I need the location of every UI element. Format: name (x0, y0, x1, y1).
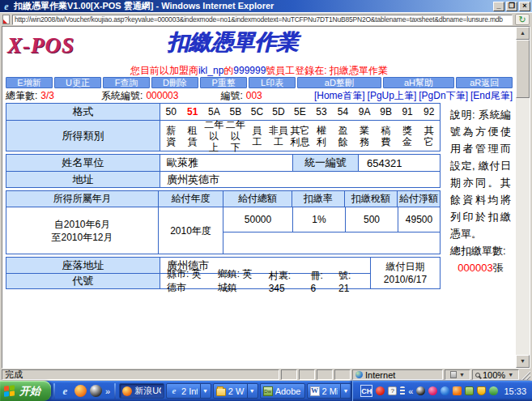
start-label: 开始 (19, 381, 40, 401)
status-pane (281, 369, 297, 380)
scroll-down-button[interactable]: ▼ (516, 355, 530, 368)
address-bar: ↻ (0, 12, 532, 26)
tray-orange-icon[interactable] (453, 386, 462, 395)
tray-blue-icon[interactable] (440, 386, 449, 395)
format-code[interactable]: 5C (246, 104, 268, 120)
delete-button[interactable]: D刪除 (151, 77, 198, 88)
income-category: 權 利 (311, 121, 333, 151)
format-code[interactable]: 50 (160, 104, 182, 120)
format-code[interactable]: 5B (225, 104, 247, 120)
help-button[interactable]: aH幫助 (383, 77, 455, 88)
folder-icon (216, 388, 226, 396)
format-code[interactable]: 9A (354, 104, 376, 120)
quick-launch-qq-icon[interactable] (90, 385, 102, 397)
tray-update-icon[interactable] (489, 386, 498, 395)
nav-pgdn-link[interactable]: [PgDn下筆] (419, 89, 468, 103)
scroll-thumb[interactable] (516, 40, 530, 98)
task-group-caret[interactable]: ▼ (247, 384, 255, 398)
system-tray: CH « 15:33 (352, 381, 532, 401)
quick-launch-overflow-chevron[interactable]: » (105, 386, 110, 396)
minimize-button[interactable]: _ (493, 2, 504, 11)
go-button[interactable]: ↻ (515, 14, 530, 25)
add-button[interactable]: E增新 (6, 77, 53, 88)
task-group-caret[interactable]: ▼ (340, 384, 348, 398)
task-group-caret[interactable]: ▼ (200, 384, 208, 398)
url-input[interactable] (12, 15, 513, 25)
login-suffix: 號員工登錄在: 扣繳憑單作業 (266, 65, 388, 76)
format-code[interactable]: 91 (397, 104, 419, 120)
task-button-windows-group[interactable]: 2 Windows... ▼ (213, 383, 258, 399)
column-header: 給付年度 (158, 191, 223, 207)
task-button-internet-group[interactable]: 2 Interne... ▼ (166, 383, 211, 399)
resize-grip[interactable] (521, 369, 530, 380)
internet-zone-label: Internet (365, 370, 395, 380)
update-button[interactable]: U更正 (54, 77, 101, 88)
income-category: 員 工 (246, 121, 268, 151)
vertical-scrollbar[interactable]: ▲ ▼ (516, 27, 530, 368)
reset-button[interactable]: P重整 (200, 77, 247, 88)
pay-date-value: 2010/6/17 (384, 273, 427, 286)
total-records-value: 3/3 (40, 90, 54, 101)
task-button-word-group[interactable]: 2 Microso... ▼ (307, 383, 352, 399)
record-no-label: 編號: (220, 89, 242, 103)
form-area: 格式 50 51 5A 5B 5C 5D 5E 53 54 (6, 103, 440, 292)
tray-overflow-chevron[interactable]: « (408, 386, 413, 396)
scroll-up-button[interactable]: ▲ (516, 27, 530, 40)
withholding-tax-value: 500 (345, 207, 398, 232)
nav-end-link[interactable]: [End尾筆] (470, 89, 513, 103)
income-category: 稿 費 (375, 121, 397, 151)
return-button[interactable]: aR返回 (456, 77, 513, 88)
code-county: 縣市: 英德市 (167, 267, 204, 295)
tray-pin-icon[interactable] (400, 386, 405, 395)
quick-launch-uc-icon[interactable] (74, 385, 87, 397)
start-button[interactable]: 开始 (0, 381, 51, 401)
format-code[interactable]: 53 (311, 104, 333, 120)
tray-red-icon[interactable] (376, 386, 385, 395)
dreamweaver-icon (263, 386, 273, 396)
format-code[interactable]: 5E (289, 104, 311, 120)
tray-help-icon[interactable] (388, 386, 397, 395)
format-code[interactable]: 51 (182, 104, 204, 120)
income-category-label: 所得類別 (6, 121, 160, 151)
batch-delete-button[interactable]: aD整刪 (297, 77, 381, 88)
income-category: 業 務 (354, 121, 376, 151)
income-category: 其 它 (418, 121, 440, 151)
format-code[interactable]: 54 (332, 104, 354, 120)
column-header: 扣繳稅額 (344, 191, 397, 207)
tray-clock: 15:33 (504, 386, 526, 396)
maximize-button[interactable]: ❐ (506, 2, 517, 11)
side-note-total-label: 總扣繳單數: (450, 242, 511, 259)
record-no-value: 003 (246, 90, 262, 101)
query-button[interactable]: F查詢 (103, 77, 150, 88)
tray-green-icon[interactable] (465, 386, 474, 395)
toolbar: E增新 U更正 F查詢 D刪除 P重整 L印表 aD整刪 aH幫助 aR返回 (6, 77, 513, 88)
income-category: 非員 工 (268, 121, 290, 151)
tray-qq-icon[interactable] (416, 386, 425, 395)
page-header: X-POS 扣繳憑單作業 (6, 28, 513, 64)
nav-pgup-link[interactable]: [PgUp上筆] (368, 89, 417, 103)
system-no-value: 000003 (146, 90, 178, 101)
format-code[interactable]: 9B (375, 104, 397, 120)
tray-pink-icon[interactable] (428, 386, 437, 395)
scroll-track[interactable] (516, 98, 530, 355)
quick-launch-ie-icon[interactable] (59, 385, 71, 397)
total-records-label: 總筆數: (6, 89, 37, 103)
format-code[interactable]: 5A (203, 104, 225, 120)
zoom-control[interactable]: 100%▼ (472, 369, 519, 380)
protected-mode-pane[interactable]: ▼ (445, 369, 470, 380)
quick-launch: » (57, 385, 112, 397)
format-code[interactable]: 92 (418, 104, 440, 120)
identity-table: 姓名單位 歐萊雅 統一編號 654321 地址 廣州英德市 (6, 154, 440, 188)
tray-shield-icon[interactable] (477, 386, 486, 395)
nav-home-link[interactable]: [Home首筆] (314, 89, 365, 103)
task-button-dreamweaver[interactable]: Adobe Drea... (260, 383, 305, 399)
uniform-no-label: 統一編號 (292, 155, 359, 171)
language-indicator[interactable]: CH (360, 385, 372, 397)
format-code[interactable]: 5D (268, 104, 290, 120)
task-button-sina-uc[interactable]: 新浪UC (119, 383, 164, 399)
close-button[interactable]: × (519, 2, 530, 11)
column-header: 給付淨額 (397, 191, 440, 207)
print-button[interactable]: L印表 (249, 77, 296, 88)
title-bar[interactable]: e 扣繳憑單作業V1.00[X-POS 雲通網] - Windows Inter… (0, 0, 532, 12)
table-row: 代號 縣市: 英德市 鄉鎮: 英城鎮 村裏: 345 冊: 6 號: 21 (6, 273, 370, 288)
